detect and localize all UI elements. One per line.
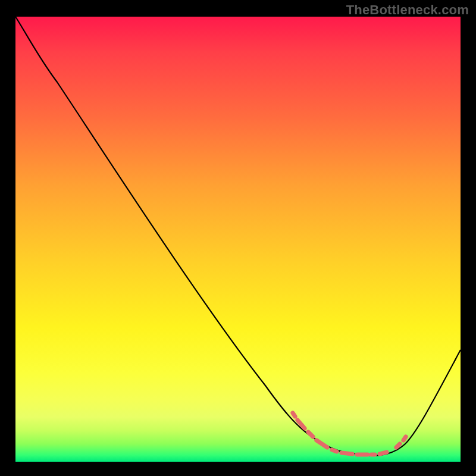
svg-line-8	[380, 452, 387, 454]
svg-line-3	[317, 440, 327, 447]
flat-bottom-dashes	[293, 413, 406, 455]
curve-layer	[15, 17, 461, 462]
plot-area	[15, 17, 461, 462]
chart-frame: TheBottleneck.com	[0, 0, 476, 476]
bottleneck-curve	[15, 17, 461, 456]
svg-line-10	[403, 437, 406, 440]
svg-line-2	[308, 432, 313, 437]
watermark-text: TheBottleneck.com	[346, 2, 469, 18]
svg-line-1	[298, 420, 305, 428]
svg-line-0	[293, 413, 295, 416]
svg-line-9	[396, 444, 400, 447]
svg-line-4	[332, 450, 337, 452]
svg-line-5	[342, 453, 352, 454]
